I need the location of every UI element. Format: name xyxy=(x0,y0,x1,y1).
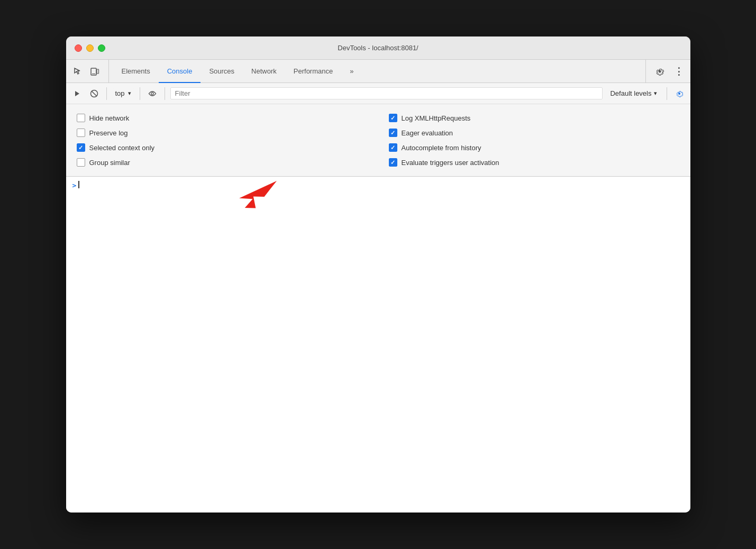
context-selector[interactable]: top ▾ xyxy=(112,88,134,98)
levels-dropdown[interactable]: Default levels ▾ xyxy=(606,88,661,98)
settings-right-col: Log XMLHttpRequests Eager evaluation Aut… xyxy=(389,111,680,170)
separator-2 xyxy=(140,87,140,100)
separator-3 xyxy=(165,87,165,100)
hide-network-checkbox[interactable] xyxy=(77,114,85,122)
group-similar-row: Group similar xyxy=(77,155,368,170)
preserve-log-checkbox[interactable] xyxy=(77,129,85,137)
window-title: DevTools - localhost:8081/ xyxy=(338,44,418,52)
tabs-bar: Elements Console Sources Network Perform… xyxy=(66,60,690,83)
tab-performance[interactable]: Performance xyxy=(285,60,341,83)
device-icon[interactable] xyxy=(87,64,102,79)
clear-icon[interactable] xyxy=(87,87,101,100)
console-prompt: > xyxy=(72,181,80,189)
svg-line-5 xyxy=(92,91,97,96)
eager-eval-row: Eager evaluation xyxy=(389,125,680,140)
tab-network[interactable]: Network xyxy=(243,60,285,83)
svg-point-6 xyxy=(151,92,153,94)
console-toolbar: top ▾ Default levels ▾ xyxy=(66,83,690,104)
tab-more[interactable]: » xyxy=(341,60,362,83)
eval-triggers-checkbox[interactable] xyxy=(389,158,397,167)
console-area[interactable]: > xyxy=(66,177,690,513)
traffic-lights xyxy=(75,44,105,52)
settings-left-col: Hide network Preserve log Selected conte… xyxy=(77,111,368,170)
svg-rect-1 xyxy=(97,69,99,74)
log-xmlhttp-row: Log XMLHttpRequests xyxy=(389,111,680,125)
maximize-button[interactable] xyxy=(98,44,105,52)
hide-network-row: Hide network xyxy=(77,111,368,125)
tabs-right-icons: ⋮ xyxy=(645,60,686,83)
group-similar-checkbox[interactable] xyxy=(77,158,85,167)
selected-context-checkbox[interactable] xyxy=(77,143,85,152)
selected-context-row: Selected context only xyxy=(77,140,368,155)
separator-1 xyxy=(106,87,107,100)
eager-eval-checkbox[interactable] xyxy=(389,129,397,137)
tab-sources[interactable]: Sources xyxy=(201,60,243,83)
filter-input[interactable] xyxy=(170,87,603,99)
play-icon[interactable] xyxy=(70,87,84,100)
console-settings-icon[interactable] xyxy=(672,87,686,100)
preserve-log-row: Preserve log xyxy=(77,125,368,140)
eval-triggers-row: Evaluate triggers user activation xyxy=(389,155,680,170)
tab-console[interactable]: Console xyxy=(159,60,201,83)
console-cursor xyxy=(78,181,79,188)
log-xmlhttp-checkbox[interactable] xyxy=(389,114,397,122)
svg-marker-3 xyxy=(75,91,79,96)
autocomplete-history-row: Autocomplete from history xyxy=(389,140,680,155)
eye-icon[interactable] xyxy=(145,87,159,100)
autocomplete-history-checkbox[interactable] xyxy=(389,143,397,152)
console-chevron[interactable]: > xyxy=(72,181,77,189)
tab-elements[interactable]: Elements xyxy=(113,60,159,83)
title-bar: DevTools - localhost:8081/ xyxy=(66,36,690,60)
settings-icon[interactable] xyxy=(652,64,667,79)
inspect-icon[interactable] xyxy=(70,64,85,79)
minimize-button[interactable] xyxy=(86,44,94,52)
tab-icons xyxy=(70,60,109,83)
settings-panel: Hide network Preserve log Selected conte… xyxy=(66,104,690,177)
separator-4 xyxy=(667,87,667,100)
more-options-icon[interactable]: ⋮ xyxy=(671,64,686,79)
close-button[interactable] xyxy=(75,44,82,52)
